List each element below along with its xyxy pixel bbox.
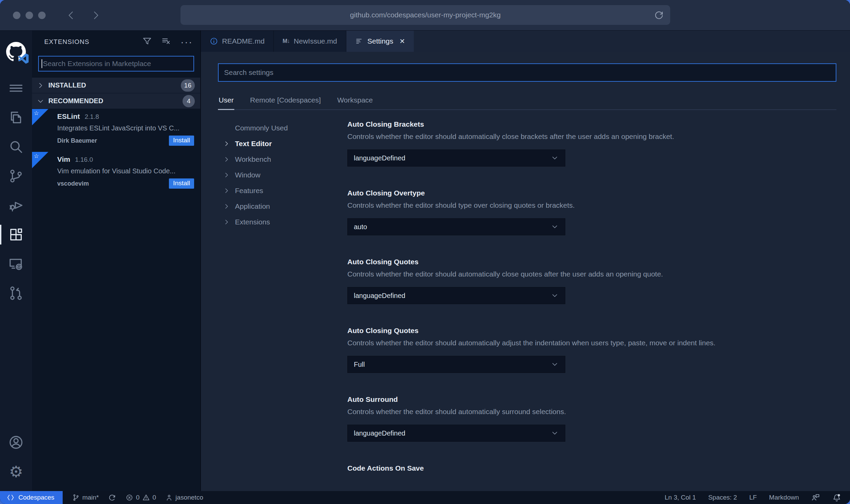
- chevron-right-icon: [223, 219, 230, 225]
- tab-label: NewIssue.md: [294, 37, 337, 45]
- scope-tab-remote[interactable]: Remote [Codespaces]: [249, 96, 321, 110]
- cursor-position[interactable]: Ln 3, Col 1: [665, 494, 696, 501]
- language-mode[interactable]: Markdown: [769, 494, 799, 501]
- selected-value: auto: [354, 223, 367, 231]
- sidebar-item-extensions[interactable]: [0, 220, 32, 249]
- user-indicator[interactable]: jasonetco: [166, 494, 203, 501]
- recommended-ribbon: ☆: [32, 109, 48, 125]
- toc-label: Features: [235, 187, 263, 195]
- sidebar-item-pull-requests[interactable]: [0, 279, 32, 308]
- chevron-right-icon: [223, 156, 230, 163]
- extensions-search-placeholder: Search Extensions in Marketplace: [43, 60, 151, 68]
- clear-extensions-search-button[interactable]: [161, 36, 171, 47]
- setting-value-dropdown[interactable]: languageDefined: [347, 149, 565, 167]
- setting-value-dropdown[interactable]: languageDefined: [347, 287, 565, 304]
- section-installed[interactable]: INSTALLED 16: [32, 78, 200, 93]
- settings-toc: Commonly Used Text Editor Workbench: [218, 120, 347, 491]
- explorer-files-icon: [8, 110, 24, 125]
- feedback-button[interactable]: [811, 493, 820, 502]
- zoom-window-button[interactable]: [38, 12, 46, 19]
- sidebar-item-run-debug[interactable]: [0, 191, 32, 220]
- install-button[interactable]: Install: [169, 136, 194, 146]
- extensions-search-input[interactable]: Search Extensions in Marketplace: [38, 56, 194, 72]
- setting-auto-surround: Auto Surround Controls whether the edito…: [347, 395, 836, 442]
- extension-row-vim[interactable]: ☆ Vim 1.16.0 Vim emulation for Visual St…: [32, 152, 200, 195]
- address-bar[interactable]: github.com/codespaces/user-my-project-mg…: [180, 5, 670, 25]
- close-window-button[interactable]: [13, 12, 20, 19]
- activity-bar: ⚙: [0, 31, 32, 491]
- toc-item-application[interactable]: Application: [223, 199, 347, 214]
- sync-button[interactable]: [108, 494, 116, 502]
- setting-value-dropdown[interactable]: Full: [347, 356, 565, 373]
- tab-settings[interactable]: Settings ✕: [346, 31, 414, 52]
- tab-readme[interactable]: README.md: [201, 31, 274, 52]
- chevron-down-icon: [551, 154, 559, 162]
- toc-item-workbench[interactable]: Workbench: [223, 152, 347, 167]
- feedback-icon: [811, 493, 820, 502]
- toc-item-features[interactable]: Features: [223, 183, 347, 199]
- chevron-down-icon: [37, 97, 44, 105]
- sidebar-item-source-control[interactable]: [0, 161, 32, 191]
- more-actions-button[interactable]: ···: [180, 40, 193, 44]
- sidebar-item-search[interactable]: [0, 132, 32, 161]
- sidebar-item-remote-explorer[interactable]: [0, 249, 32, 279]
- warning-icon: [142, 494, 150, 501]
- account-button[interactable]: [0, 428, 32, 457]
- chevron-right-icon: [223, 187, 230, 194]
- status-bar: Codespaces main* 0 0 jasonetco Ln 3, Col…: [0, 491, 850, 504]
- toc-item-extensions[interactable]: Extensions: [223, 214, 347, 230]
- scope-tab-workspace[interactable]: Workspace: [336, 96, 374, 110]
- info-icon: [210, 37, 218, 45]
- branch-name: main*: [82, 494, 99, 501]
- reload-button[interactable]: [654, 10, 664, 22]
- setting-title: Auto Closing Quotes: [347, 327, 836, 335]
- notification-dot: [838, 494, 840, 497]
- notifications-button[interactable]: [832, 493, 841, 502]
- filter-extensions-button[interactable]: [142, 36, 152, 47]
- setting-title: Code Actions On Save: [347, 464, 836, 472]
- forward-button[interactable]: [91, 10, 101, 20]
- eol-indicator[interactable]: LF: [749, 494, 757, 501]
- setting-value-dropdown[interactable]: languageDefined: [347, 425, 565, 442]
- tab-newissue[interactable]: M↓ NewIssue.md: [274, 31, 346, 52]
- scope-tab-user[interactable]: User: [218, 96, 234, 110]
- manage-settings-button[interactable]: ⚙: [0, 457, 32, 486]
- menu-icon: [8, 80, 24, 96]
- setting-description: Controls whether the editor should autom…: [347, 132, 836, 141]
- text-caret: [42, 59, 42, 68]
- minimize-window-button[interactable]: [26, 12, 33, 19]
- install-button[interactable]: Install: [169, 178, 194, 189]
- menu-button[interactable]: [0, 74, 32, 103]
- setting-description: Controls whether the editor should autom…: [347, 270, 836, 278]
- indentation-indicator[interactable]: Spaces: 2: [708, 494, 737, 501]
- remote-icon: [7, 494, 14, 501]
- settings-list: Auto Closing Brackets Controls whether t…: [347, 120, 836, 491]
- codespaces-remote-button[interactable]: Codespaces: [0, 491, 63, 504]
- setting-auto-closing-quotes: Auto Closing Quotes Controls whether the…: [347, 258, 836, 304]
- git-branch-icon: [72, 494, 80, 501]
- window-controls[interactable]: [13, 12, 46, 19]
- close-tab-icon[interactable]: ✕: [399, 37, 405, 45]
- back-button[interactable]: [66, 10, 76, 20]
- setting-auto-closing-brackets: Auto Closing Brackets Controls whether t…: [347, 120, 836, 167]
- setting-title: Auto Surround: [347, 395, 836, 404]
- extensions-icon: [8, 227, 24, 242]
- toc-item-commonly-used[interactable]: Commonly Used: [223, 120, 347, 136]
- tab-bar: README.md M↓ NewIssue.md Settings ✕: [201, 31, 850, 52]
- sidebar-item-explorer[interactable]: [0, 103, 32, 132]
- toc-item-window[interactable]: Window: [223, 167, 347, 183]
- extension-description: Integrates ESLint JavaScript into VS C..…: [57, 124, 194, 132]
- username: jasonetco: [175, 494, 203, 501]
- extension-version: 2.1.8: [85, 113, 99, 121]
- setting-value-dropdown[interactable]: auto: [347, 218, 565, 235]
- chevron-right-icon: [37, 82, 44, 89]
- selected-value: languageDefined: [354, 154, 405, 162]
- problems-indicator[interactable]: 0 0: [126, 494, 156, 501]
- branch-indicator[interactable]: main*: [72, 494, 99, 501]
- settings-search-input[interactable]: [218, 63, 836, 82]
- extension-row-eslint[interactable]: ☆ ESLint 2.1.8 Integrates ESLint JavaScr…: [32, 109, 200, 152]
- selected-value: languageDefined: [354, 429, 405, 437]
- toc-item-text-editor[interactable]: Text Editor: [223, 136, 347, 152]
- section-recommended[interactable]: RECOMMENDED 4: [32, 93, 200, 109]
- chevron-down-icon: [551, 360, 559, 368]
